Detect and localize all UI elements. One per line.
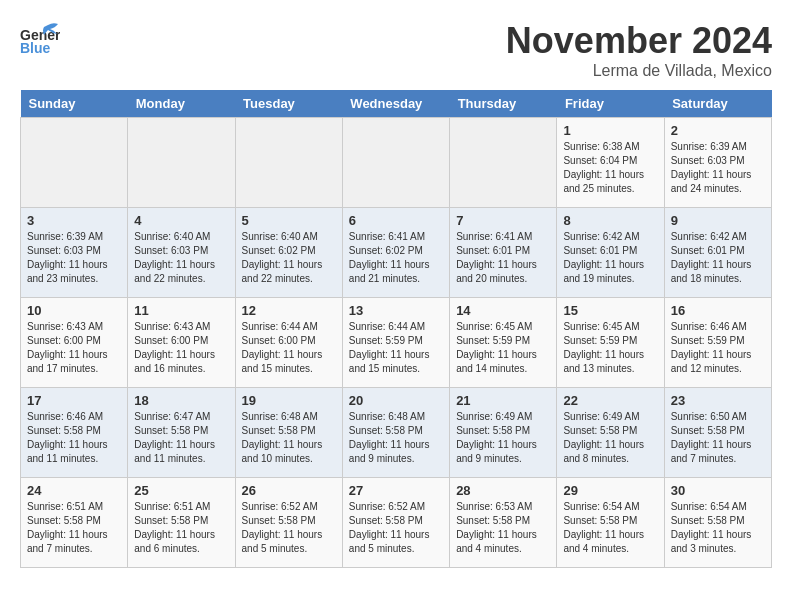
calendar-cell: 16Sunrise: 6:46 AM Sunset: 5:59 PM Dayli… <box>664 298 771 388</box>
calendar-cell: 17Sunrise: 6:46 AM Sunset: 5:58 PM Dayli… <box>21 388 128 478</box>
day-number: 8 <box>563 213 657 228</box>
day-info: Sunrise: 6:38 AM Sunset: 6:04 PM Dayligh… <box>563 140 657 196</box>
day-info: Sunrise: 6:49 AM Sunset: 5:58 PM Dayligh… <box>456 410 550 466</box>
day-info: Sunrise: 6:42 AM Sunset: 6:01 PM Dayligh… <box>563 230 657 286</box>
calendar-cell: 1Sunrise: 6:38 AM Sunset: 6:04 PM Daylig… <box>557 118 664 208</box>
day-number: 28 <box>456 483 550 498</box>
day-info: Sunrise: 6:43 AM Sunset: 6:00 PM Dayligh… <box>134 320 228 376</box>
calendar-cell <box>128 118 235 208</box>
day-info: Sunrise: 6:51 AM Sunset: 5:58 PM Dayligh… <box>27 500 121 556</box>
calendar-cell: 14Sunrise: 6:45 AM Sunset: 5:59 PM Dayli… <box>450 298 557 388</box>
weekday-header: Friday <box>557 90 664 118</box>
day-info: Sunrise: 6:44 AM Sunset: 5:59 PM Dayligh… <box>349 320 443 376</box>
weekday-header-row: SundayMondayTuesdayWednesdayThursdayFrid… <box>21 90 772 118</box>
day-info: Sunrise: 6:41 AM Sunset: 6:02 PM Dayligh… <box>349 230 443 286</box>
day-number: 2 <box>671 123 765 138</box>
day-number: 18 <box>134 393 228 408</box>
weekday-header: Thursday <box>450 90 557 118</box>
day-info: Sunrise: 6:51 AM Sunset: 5:58 PM Dayligh… <box>134 500 228 556</box>
day-info: Sunrise: 6:52 AM Sunset: 5:58 PM Dayligh… <box>349 500 443 556</box>
calendar-cell <box>235 118 342 208</box>
day-number: 29 <box>563 483 657 498</box>
day-number: 22 <box>563 393 657 408</box>
weekday-header: Monday <box>128 90 235 118</box>
logo: General Blue <box>20 20 60 55</box>
day-info: Sunrise: 6:48 AM Sunset: 5:58 PM Dayligh… <box>349 410 443 466</box>
day-info: Sunrise: 6:48 AM Sunset: 5:58 PM Dayligh… <box>242 410 336 466</box>
calendar-cell: 19Sunrise: 6:48 AM Sunset: 5:58 PM Dayli… <box>235 388 342 478</box>
logo-icon: General Blue <box>20 20 60 55</box>
day-info: Sunrise: 6:47 AM Sunset: 5:58 PM Dayligh… <box>134 410 228 466</box>
calendar-cell: 24Sunrise: 6:51 AM Sunset: 5:58 PM Dayli… <box>21 478 128 568</box>
location-subtitle: Lerma de Villada, Mexico <box>506 62 772 80</box>
calendar-cell: 7Sunrise: 6:41 AM Sunset: 6:01 PM Daylig… <box>450 208 557 298</box>
day-number: 10 <box>27 303 121 318</box>
calendar-cell: 8Sunrise: 6:42 AM Sunset: 6:01 PM Daylig… <box>557 208 664 298</box>
calendar-cell: 9Sunrise: 6:42 AM Sunset: 6:01 PM Daylig… <box>664 208 771 298</box>
calendar-cell: 10Sunrise: 6:43 AM Sunset: 6:00 PM Dayli… <box>21 298 128 388</box>
calendar-table: SundayMondayTuesdayWednesdayThursdayFrid… <box>20 90 772 568</box>
day-info: Sunrise: 6:41 AM Sunset: 6:01 PM Dayligh… <box>456 230 550 286</box>
day-number: 26 <box>242 483 336 498</box>
day-info: Sunrise: 6:39 AM Sunset: 6:03 PM Dayligh… <box>671 140 765 196</box>
day-number: 15 <box>563 303 657 318</box>
day-number: 12 <box>242 303 336 318</box>
day-number: 6 <box>349 213 443 228</box>
day-info: Sunrise: 6:44 AM Sunset: 6:00 PM Dayligh… <box>242 320 336 376</box>
calendar-cell: 26Sunrise: 6:52 AM Sunset: 5:58 PM Dayli… <box>235 478 342 568</box>
calendar-cell <box>450 118 557 208</box>
calendar-cell: 15Sunrise: 6:45 AM Sunset: 5:59 PM Dayli… <box>557 298 664 388</box>
day-number: 7 <box>456 213 550 228</box>
calendar-cell: 29Sunrise: 6:54 AM Sunset: 5:58 PM Dayli… <box>557 478 664 568</box>
calendar-week-row: 3Sunrise: 6:39 AM Sunset: 6:03 PM Daylig… <box>21 208 772 298</box>
day-number: 24 <box>27 483 121 498</box>
weekday-header: Wednesday <box>342 90 449 118</box>
day-info: Sunrise: 6:46 AM Sunset: 5:59 PM Dayligh… <box>671 320 765 376</box>
day-number: 20 <box>349 393 443 408</box>
calendar-week-row: 10Sunrise: 6:43 AM Sunset: 6:00 PM Dayli… <box>21 298 772 388</box>
weekday-header: Saturday <box>664 90 771 118</box>
day-number: 17 <box>27 393 121 408</box>
day-number: 9 <box>671 213 765 228</box>
day-info: Sunrise: 6:40 AM Sunset: 6:03 PM Dayligh… <box>134 230 228 286</box>
calendar-cell <box>342 118 449 208</box>
day-number: 25 <box>134 483 228 498</box>
day-info: Sunrise: 6:39 AM Sunset: 6:03 PM Dayligh… <box>27 230 121 286</box>
day-number: 1 <box>563 123 657 138</box>
day-info: Sunrise: 6:54 AM Sunset: 5:58 PM Dayligh… <box>563 500 657 556</box>
day-number: 21 <box>456 393 550 408</box>
day-number: 11 <box>134 303 228 318</box>
day-number: 30 <box>671 483 765 498</box>
calendar-cell: 25Sunrise: 6:51 AM Sunset: 5:58 PM Dayli… <box>128 478 235 568</box>
day-info: Sunrise: 6:42 AM Sunset: 6:01 PM Dayligh… <box>671 230 765 286</box>
month-title: November 2024 <box>506 20 772 62</box>
calendar-cell: 6Sunrise: 6:41 AM Sunset: 6:02 PM Daylig… <box>342 208 449 298</box>
title-section: November 2024 Lerma de Villada, Mexico <box>506 20 772 80</box>
day-info: Sunrise: 6:49 AM Sunset: 5:58 PM Dayligh… <box>563 410 657 466</box>
calendar-cell: 11Sunrise: 6:43 AM Sunset: 6:00 PM Dayli… <box>128 298 235 388</box>
day-info: Sunrise: 6:43 AM Sunset: 6:00 PM Dayligh… <box>27 320 121 376</box>
day-info: Sunrise: 6:54 AM Sunset: 5:58 PM Dayligh… <box>671 500 765 556</box>
day-number: 13 <box>349 303 443 318</box>
day-info: Sunrise: 6:45 AM Sunset: 5:59 PM Dayligh… <box>456 320 550 376</box>
calendar-cell: 2Sunrise: 6:39 AM Sunset: 6:03 PM Daylig… <box>664 118 771 208</box>
calendar-week-row: 1Sunrise: 6:38 AM Sunset: 6:04 PM Daylig… <box>21 118 772 208</box>
day-number: 23 <box>671 393 765 408</box>
day-info: Sunrise: 6:45 AM Sunset: 5:59 PM Dayligh… <box>563 320 657 376</box>
day-info: Sunrise: 6:53 AM Sunset: 5:58 PM Dayligh… <box>456 500 550 556</box>
day-number: 19 <box>242 393 336 408</box>
calendar-cell: 5Sunrise: 6:40 AM Sunset: 6:02 PM Daylig… <box>235 208 342 298</box>
calendar-cell: 27Sunrise: 6:52 AM Sunset: 5:58 PM Dayli… <box>342 478 449 568</box>
day-number: 16 <box>671 303 765 318</box>
calendar-cell: 18Sunrise: 6:47 AM Sunset: 5:58 PM Dayli… <box>128 388 235 478</box>
weekday-header: Sunday <box>21 90 128 118</box>
calendar-cell: 20Sunrise: 6:48 AM Sunset: 5:58 PM Dayli… <box>342 388 449 478</box>
page-header: General Blue November 2024 Lerma de Vill… <box>20 20 772 80</box>
calendar-cell <box>21 118 128 208</box>
day-info: Sunrise: 6:46 AM Sunset: 5:58 PM Dayligh… <box>27 410 121 466</box>
calendar-week-row: 17Sunrise: 6:46 AM Sunset: 5:58 PM Dayli… <box>21 388 772 478</box>
day-info: Sunrise: 6:52 AM Sunset: 5:58 PM Dayligh… <box>242 500 336 556</box>
calendar-cell: 13Sunrise: 6:44 AM Sunset: 5:59 PM Dayli… <box>342 298 449 388</box>
calendar-cell: 21Sunrise: 6:49 AM Sunset: 5:58 PM Dayli… <box>450 388 557 478</box>
calendar-cell: 28Sunrise: 6:53 AM Sunset: 5:58 PM Dayli… <box>450 478 557 568</box>
